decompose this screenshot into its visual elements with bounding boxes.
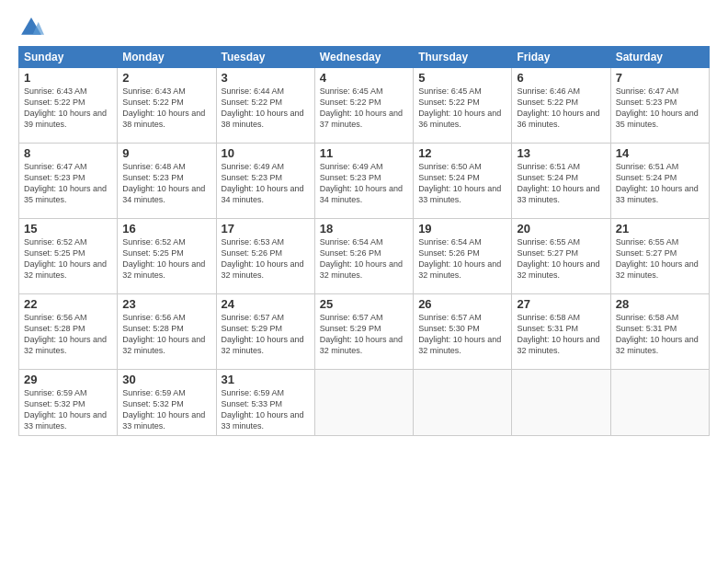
calendar-header-row: SundayMondayTuesdayWednesdayThursdayFrid… [19, 47, 710, 68]
logo-icon [18, 15, 44, 40]
day-cell-24: 24Sunrise: 6:57 AMSunset: 5:29 PMDayligh… [216, 294, 314, 370]
day-info: Sunrise: 6:59 AMSunset: 5:32 PMDaylight:… [24, 387, 112, 432]
day-number: 25 [320, 297, 408, 311]
day-cell-26: 26Sunrise: 6:57 AMSunset: 5:30 PMDayligh… [414, 294, 512, 370]
day-info: Sunrise: 6:52 AMSunset: 5:25 PMDaylight:… [122, 236, 210, 282]
day-info: Sunrise: 6:54 AMSunset: 5:26 PMDaylight:… [418, 236, 506, 282]
day-info: Sunrise: 6:43 AMSunset: 5:22 PMDaylight:… [122, 86, 210, 131]
day-cell-5: 5Sunrise: 6:45 AMSunset: 5:22 PMDaylight… [414, 68, 512, 144]
day-info: Sunrise: 6:56 AMSunset: 5:28 PMDaylight:… [24, 312, 112, 357]
day-info: Sunrise: 6:55 AMSunset: 5:27 PMDaylight:… [616, 236, 704, 282]
day-cell-20: 20Sunrise: 6:55 AMSunset: 5:27 PMDayligh… [512, 219, 610, 294]
day-cell-23: 23Sunrise: 6:56 AMSunset: 5:28 PMDayligh… [118, 294, 216, 370]
day-number: 30 [122, 373, 210, 386]
day-number: 28 [616, 297, 704, 311]
week-row-1: 1Sunrise: 6:43 AMSunset: 5:22 PMDaylight… [19, 68, 710, 144]
day-cell-3: 3Sunrise: 6:44 AMSunset: 5:22 PMDaylight… [216, 68, 314, 144]
day-cell-25: 25Sunrise: 6:57 AMSunset: 5:29 PMDayligh… [314, 294, 413, 370]
day-info: Sunrise: 6:50 AMSunset: 5:24 PMDaylight:… [418, 161, 506, 206]
day-cell-16: 16Sunrise: 6:52 AMSunset: 5:25 PMDayligh… [118, 219, 216, 294]
day-info: Sunrise: 6:52 AMSunset: 5:25 PMDaylight:… [24, 236, 112, 282]
day-info: Sunrise: 6:45 AMSunset: 5:22 PMDaylight:… [320, 86, 408, 131]
day-info: Sunrise: 6:51 AMSunset: 5:24 PMDaylight:… [517, 161, 605, 206]
empty-cell [314, 370, 413, 436]
day-number: 12 [418, 146, 506, 160]
day-number: 21 [616, 222, 704, 236]
day-number: 23 [122, 297, 210, 311]
day-number: 26 [418, 297, 506, 311]
day-cell-27: 27Sunrise: 6:58 AMSunset: 5:31 PMDayligh… [512, 294, 610, 370]
day-header-thursday: Thursday [414, 47, 512, 68]
day-number: 7 [616, 71, 704, 85]
day-number: 22 [24, 297, 112, 311]
day-info: Sunrise: 6:58 AMSunset: 5:31 PMDaylight:… [616, 312, 704, 357]
day-number: 19 [418, 222, 506, 236]
day-info: Sunrise: 6:56 AMSunset: 5:28 PMDaylight:… [122, 312, 210, 357]
day-number: 14 [616, 146, 704, 160]
day-number: 6 [517, 71, 605, 85]
day-cell-13: 13Sunrise: 6:51 AMSunset: 5:24 PMDayligh… [512, 144, 610, 219]
day-cell-12: 12Sunrise: 6:50 AMSunset: 5:24 PMDayligh… [414, 144, 512, 219]
day-number: 13 [517, 146, 605, 160]
day-info: Sunrise: 6:57 AMSunset: 5:29 PMDaylight:… [222, 312, 310, 357]
day-header-friday: Friday [512, 47, 610, 68]
day-info: Sunrise: 6:51 AMSunset: 5:24 PMDaylight:… [616, 161, 704, 206]
day-number: 9 [122, 146, 210, 160]
day-cell-28: 28Sunrise: 6:58 AMSunset: 5:31 PMDayligh… [610, 294, 709, 370]
day-number: 15 [24, 222, 112, 236]
day-cell-17: 17Sunrise: 6:53 AMSunset: 5:26 PMDayligh… [216, 219, 314, 294]
logo [18, 15, 48, 40]
day-info: Sunrise: 6:47 AMSunset: 5:23 PMDaylight:… [24, 161, 112, 206]
day-number: 29 [24, 373, 112, 386]
day-number: 3 [222, 71, 310, 85]
day-info: Sunrise: 6:43 AMSunset: 5:22 PMDaylight:… [24, 86, 112, 131]
day-info: Sunrise: 6:59 AMSunset: 5:33 PMDaylight:… [222, 387, 310, 432]
week-row-2: 8Sunrise: 6:47 AMSunset: 5:23 PMDaylight… [19, 144, 710, 219]
day-cell-1: 1Sunrise: 6:43 AMSunset: 5:22 PMDaylight… [19, 68, 118, 144]
day-number: 10 [222, 146, 310, 160]
week-row-3: 15Sunrise: 6:52 AMSunset: 5:25 PMDayligh… [19, 219, 710, 294]
day-cell-6: 6Sunrise: 6:46 AMSunset: 5:22 PMDaylight… [512, 68, 610, 144]
day-info: Sunrise: 6:57 AMSunset: 5:29 PMDaylight:… [320, 312, 408, 357]
day-number: 31 [222, 373, 310, 386]
day-number: 1 [24, 71, 112, 85]
day-header-tuesday: Tuesday [216, 47, 314, 68]
day-info: Sunrise: 6:57 AMSunset: 5:30 PMDaylight:… [418, 312, 506, 357]
day-info: Sunrise: 6:49 AMSunset: 5:23 PMDaylight:… [320, 161, 408, 206]
day-info: Sunrise: 6:58 AMSunset: 5:31 PMDaylight:… [517, 312, 605, 357]
day-number: 17 [222, 222, 310, 236]
day-cell-31: 31Sunrise: 6:59 AMSunset: 5:33 PMDayligh… [216, 370, 314, 436]
day-cell-29: 29Sunrise: 6:59 AMSunset: 5:32 PMDayligh… [19, 370, 118, 436]
day-header-saturday: Saturday [610, 47, 709, 68]
day-number: 5 [418, 71, 506, 85]
day-info: Sunrise: 6:48 AMSunset: 5:23 PMDaylight:… [122, 161, 210, 206]
day-number: 8 [24, 146, 112, 160]
day-header-wednesday: Wednesday [314, 47, 413, 68]
day-cell-11: 11Sunrise: 6:49 AMSunset: 5:23 PMDayligh… [314, 144, 413, 219]
day-cell-2: 2Sunrise: 6:43 AMSunset: 5:22 PMDaylight… [118, 68, 216, 144]
day-cell-18: 18Sunrise: 6:54 AMSunset: 5:26 PMDayligh… [314, 219, 413, 294]
day-cell-19: 19Sunrise: 6:54 AMSunset: 5:26 PMDayligh… [414, 219, 512, 294]
day-header-monday: Monday [118, 47, 216, 68]
day-cell-7: 7Sunrise: 6:47 AMSunset: 5:23 PMDaylight… [610, 68, 709, 144]
week-row-5: 29Sunrise: 6:59 AMSunset: 5:32 PMDayligh… [19, 370, 710, 436]
day-info: Sunrise: 6:47 AMSunset: 5:23 PMDaylight:… [616, 86, 704, 131]
week-row-4: 22Sunrise: 6:56 AMSunset: 5:28 PMDayligh… [19, 294, 710, 370]
day-cell-9: 9Sunrise: 6:48 AMSunset: 5:23 PMDaylight… [118, 144, 216, 219]
empty-cell [414, 370, 512, 436]
day-number: 18 [320, 222, 408, 236]
page: SundayMondayTuesdayWednesdayThursdayFrid… [0, 0, 728, 563]
empty-cell [512, 370, 610, 436]
day-info: Sunrise: 6:53 AMSunset: 5:26 PMDaylight:… [222, 236, 310, 282]
header [18, 15, 710, 40]
day-info: Sunrise: 6:54 AMSunset: 5:26 PMDaylight:… [320, 236, 408, 282]
day-cell-8: 8Sunrise: 6:47 AMSunset: 5:23 PMDaylight… [19, 144, 118, 219]
day-number: 27 [517, 297, 605, 311]
day-header-sunday: Sunday [19, 47, 118, 68]
day-info: Sunrise: 6:59 AMSunset: 5:32 PMDaylight:… [122, 387, 210, 432]
day-info: Sunrise: 6:45 AMSunset: 5:22 PMDaylight:… [418, 86, 506, 131]
calendar: SundayMondayTuesdayWednesdayThursdayFrid… [18, 46, 710, 436]
day-cell-10: 10Sunrise: 6:49 AMSunset: 5:23 PMDayligh… [216, 144, 314, 219]
day-cell-14: 14Sunrise: 6:51 AMSunset: 5:24 PMDayligh… [610, 144, 709, 219]
day-number: 4 [320, 71, 408, 85]
